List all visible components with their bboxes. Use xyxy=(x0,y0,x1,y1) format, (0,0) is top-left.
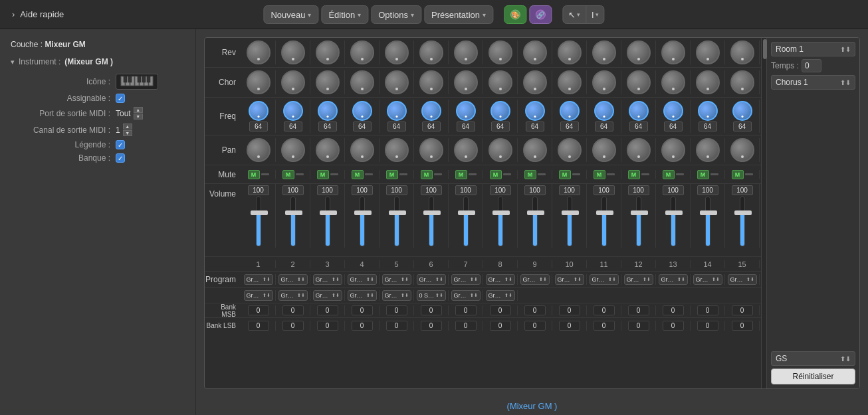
knob[interactable] xyxy=(247,70,271,94)
knob[interactable] xyxy=(454,70,478,94)
mute-button[interactable]: M xyxy=(524,170,536,179)
canal-up[interactable]: ▲ xyxy=(123,124,132,129)
program-select[interactable]: Gran...⬆⬇ xyxy=(382,290,411,301)
scrollbar-thumb[interactable] xyxy=(763,39,767,59)
mute-button[interactable]: M xyxy=(282,170,294,179)
knob[interactable] xyxy=(627,138,651,162)
freq-knob[interactable] xyxy=(732,101,752,121)
assignable-checkbox[interactable]: ✓ xyxy=(116,94,125,103)
fader-thumb[interactable] xyxy=(389,210,406,215)
fader-track[interactable] xyxy=(740,197,745,246)
knob[interactable] xyxy=(558,70,582,94)
knob[interactable] xyxy=(316,41,340,64)
color-tool-btn[interactable]: 🎨 xyxy=(504,5,526,24)
mute-button[interactable]: M xyxy=(248,170,260,179)
program-select[interactable]: Gran...⬆⬇ xyxy=(348,290,377,301)
canal-down[interactable]: ▼ xyxy=(123,130,132,136)
program-select[interactable]: Gran...⬆⬇ xyxy=(417,274,446,285)
knob[interactable] xyxy=(281,138,305,162)
mute-button[interactable]: M xyxy=(490,170,502,179)
fader-track[interactable] xyxy=(290,197,296,246)
fader-thumb[interactable] xyxy=(562,210,579,215)
freq-knob[interactable] xyxy=(352,101,372,121)
knob[interactable] xyxy=(247,41,271,64)
mute-button[interactable]: M xyxy=(352,170,364,179)
knob[interactable] xyxy=(592,41,616,64)
knob[interactable] xyxy=(488,41,512,64)
knob[interactable] xyxy=(696,70,720,94)
mute-button[interactable]: M xyxy=(421,170,433,179)
options-menu[interactable]: Options ▾ xyxy=(371,5,421,24)
banque-checkbox[interactable]: ✓ xyxy=(116,153,125,163)
fader-track[interactable] xyxy=(498,197,503,246)
mute-button[interactable]: M xyxy=(386,170,398,179)
canal-sortie-stepper[interactable]: ▲ ▼ xyxy=(123,124,132,136)
mute-button[interactable]: M xyxy=(663,170,675,179)
knob[interactable] xyxy=(627,41,651,64)
knob[interactable] xyxy=(316,138,340,162)
mute-button[interactable]: M xyxy=(697,170,709,179)
fader-thumb[interactable] xyxy=(665,210,683,215)
mute-button[interactable]: M xyxy=(559,170,571,179)
freq-knob[interactable] xyxy=(387,101,407,121)
fader-track[interactable] xyxy=(256,197,261,246)
knob[interactable] xyxy=(316,70,340,94)
program-select[interactable]: Gran...⬆⬇ xyxy=(278,290,308,301)
knob[interactable] xyxy=(661,70,685,94)
gs-select[interactable]: GS ⬆⬇ xyxy=(771,351,855,366)
nouveau-menu[interactable]: Nouveau ▾ xyxy=(263,5,318,24)
knob[interactable] xyxy=(350,70,374,94)
fader-track[interactable] xyxy=(532,197,538,246)
fader-thumb[interactable] xyxy=(700,210,717,215)
program-select[interactable]: 0 Sta...⬆⬇ xyxy=(417,290,446,301)
freq-knob[interactable] xyxy=(421,101,441,121)
fader-thumb[interactable] xyxy=(596,210,613,215)
aide-rapide-expand[interactable]: › xyxy=(8,7,19,22)
pointer-tool[interactable]: ↖ ▾ xyxy=(563,6,586,23)
knob[interactable] xyxy=(488,70,512,94)
fader-thumb[interactable] xyxy=(354,210,372,215)
freq-knob[interactable] xyxy=(698,101,718,121)
port-sortie-stepper[interactable]: ▲ ▼ xyxy=(134,107,143,120)
knob[interactable] xyxy=(627,70,651,94)
knob[interactable] xyxy=(558,41,582,64)
program-select[interactable]: Gran...⬆⬇ xyxy=(382,274,411,285)
program-select[interactable]: Gran...⬆⬇ xyxy=(624,274,653,285)
program-select[interactable]: Gran...⬆⬇ xyxy=(313,274,342,285)
knob[interactable] xyxy=(385,138,409,162)
knob[interactable] xyxy=(592,70,616,94)
edition-menu[interactable]: Édition ▾ xyxy=(321,5,368,24)
freq-knob[interactable] xyxy=(249,101,269,121)
fader-thumb[interactable] xyxy=(251,210,268,215)
fader-thumb[interactable] xyxy=(458,210,475,215)
program-select[interactable]: Gran...⬆⬇ xyxy=(244,274,273,285)
freq-knob[interactable] xyxy=(663,101,683,121)
freq-knob[interactable] xyxy=(490,101,510,121)
knob[interactable] xyxy=(661,41,685,64)
knob[interactable] xyxy=(730,138,754,162)
knob[interactable] xyxy=(385,70,409,94)
knob[interactable] xyxy=(730,41,754,64)
program-select[interactable]: Gran...⬆⬇ xyxy=(451,274,481,285)
program-select[interactable]: Gran...⬆⬇ xyxy=(348,274,377,285)
freq-knob[interactable] xyxy=(456,101,476,121)
fader-thumb[interactable] xyxy=(631,210,648,215)
knob[interactable] xyxy=(730,70,754,94)
reinit-button[interactable]: Réinitialiser xyxy=(771,369,855,384)
port-up[interactable]: ▲ xyxy=(134,107,143,113)
program-select[interactable]: Gran...⬆⬇ xyxy=(278,274,308,285)
mute-button[interactable]: M xyxy=(628,170,640,179)
fader-thumb[interactable] xyxy=(492,210,510,215)
legende-checkbox[interactable]: ✓ xyxy=(116,140,125,149)
knob[interactable] xyxy=(523,138,547,162)
knob[interactable] xyxy=(419,41,443,64)
freq-knob[interactable] xyxy=(629,101,649,121)
fader-track[interactable] xyxy=(567,197,572,246)
knob[interactable] xyxy=(454,41,478,64)
fader-track[interactable] xyxy=(325,197,330,246)
presentation-menu[interactable]: Présentation ▾ xyxy=(424,5,493,24)
instrument-expand[interactable]: ▾ xyxy=(11,58,15,66)
program-select[interactable]: Gran...⬆⬇ xyxy=(451,290,481,301)
program-select[interactable]: Gran...⬆⬇ xyxy=(486,290,515,301)
fader-track[interactable] xyxy=(360,197,365,246)
